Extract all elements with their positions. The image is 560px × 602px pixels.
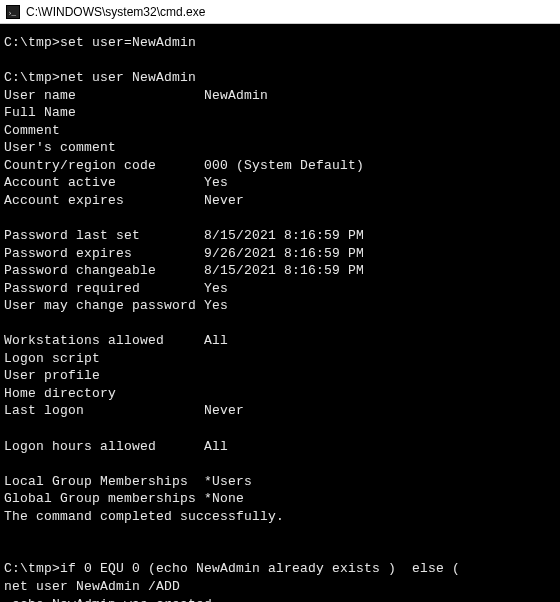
kv-value: 8/15/2021 8:16:59 PM	[204, 262, 364, 280]
terminal-line: echo NewAdmin was created	[4, 596, 554, 603]
terminal-kv-row: Country/region code000 (System Default)	[4, 157, 554, 175]
kv-label: Local Group Memberships	[4, 473, 204, 491]
cmd-window: ›_ C:\WINDOWS\system32\cmd.exe C:\tmp>se…	[0, 0, 560, 602]
kv-value: Never	[204, 402, 244, 420]
kv-value: NewAdmin	[204, 87, 268, 105]
terminal-kv-row: Comment	[4, 122, 554, 140]
kv-value: All	[204, 438, 228, 456]
terminal-kv-row: Password expires9/26/2021 8:16:59 PM	[4, 245, 554, 263]
blank-line	[4, 315, 554, 333]
kv-label: Password expires	[4, 245, 204, 263]
kv-label: Full Name	[4, 104, 204, 122]
blank-line	[4, 455, 554, 473]
terminal-kv-row: Home directory	[4, 385, 554, 403]
terminal-kv-row: Account expiresNever	[4, 192, 554, 210]
kv-value: Yes	[204, 280, 228, 298]
terminal-kv-row: Local Group Memberships*Users	[4, 473, 554, 491]
kv-label: Home directory	[4, 385, 204, 403]
terminal-line: The command completed successfully.	[4, 508, 554, 526]
kv-label: Comment	[4, 122, 204, 140]
kv-value: Yes	[204, 174, 228, 192]
terminal-kv-row: Account activeYes	[4, 174, 554, 192]
blank-line	[4, 209, 554, 227]
kv-label: Last logon	[4, 402, 204, 420]
blank-line	[4, 420, 554, 438]
blank-line	[4, 543, 554, 561]
kv-value: Yes	[204, 297, 228, 315]
terminal-output[interactable]: C:\tmp>set user=NewAdminC:\tmp>net user …	[0, 24, 560, 602]
terminal-line: net user NewAdmin /ADD	[4, 578, 554, 596]
terminal-kv-row: Global Group memberships*None	[4, 490, 554, 508]
terminal-kv-row: Logon script	[4, 350, 554, 368]
kv-label: Password required	[4, 280, 204, 298]
terminal-line: C:\tmp>net user NewAdmin	[4, 69, 554, 87]
titlebar[interactable]: ›_ C:\WINDOWS\system32\cmd.exe	[0, 0, 560, 24]
svg-text:›_: ›_	[9, 7, 17, 17]
kv-label: Account expires	[4, 192, 204, 210]
kv-label: Country/region code	[4, 157, 204, 175]
kv-value: *Users	[204, 473, 252, 491]
terminal-kv-row: Last logonNever	[4, 402, 554, 420]
kv-value: 000 (System Default)	[204, 157, 364, 175]
terminal-kv-row: User's comment	[4, 139, 554, 157]
terminal-kv-row: Password changeable8/15/2021 8:16:59 PM	[4, 262, 554, 280]
terminal-kv-row: Full Name	[4, 104, 554, 122]
window-title: C:\WINDOWS\system32\cmd.exe	[26, 5, 205, 19]
kv-value: 9/26/2021 8:16:59 PM	[204, 245, 364, 263]
kv-label: User's comment	[4, 139, 204, 157]
terminal-kv-row: Logon hours allowedAll	[4, 438, 554, 456]
cmd-icon: ›_	[6, 5, 20, 19]
kv-label: User profile	[4, 367, 204, 385]
terminal-kv-row: Workstations allowedAll	[4, 332, 554, 350]
blank-line	[4, 525, 554, 543]
kv-label: Password last set	[4, 227, 204, 245]
terminal-line: C:\tmp>if 0 EQU 0 (echo NewAdmin already…	[4, 560, 554, 578]
kv-label: Account active	[4, 174, 204, 192]
kv-value: Never	[204, 192, 244, 210]
terminal-kv-row: User nameNewAdmin	[4, 87, 554, 105]
terminal-kv-row: Password requiredYes	[4, 280, 554, 298]
kv-label: Logon hours allowed	[4, 438, 204, 456]
terminal-kv-row: Password last set8/15/2021 8:16:59 PM	[4, 227, 554, 245]
kv-value: *None	[204, 490, 244, 508]
terminal-kv-row: User may change passwordYes	[4, 297, 554, 315]
blank-line	[4, 52, 554, 70]
kv-label: User name	[4, 87, 204, 105]
terminal-kv-row: User profile	[4, 367, 554, 385]
kv-value: All	[204, 332, 228, 350]
kv-label: Global Group memberships	[4, 490, 204, 508]
kv-label: Workstations allowed	[4, 332, 204, 350]
kv-label: Logon script	[4, 350, 204, 368]
kv-value: 8/15/2021 8:16:59 PM	[204, 227, 364, 245]
kv-label: Password changeable	[4, 262, 204, 280]
kv-label: User may change password	[4, 297, 204, 315]
terminal-line: C:\tmp>set user=NewAdmin	[4, 34, 554, 52]
